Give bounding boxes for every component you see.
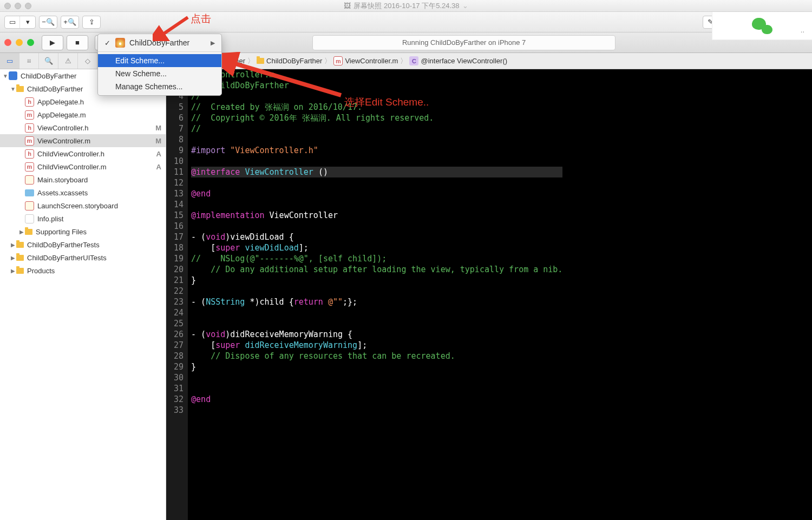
project-icon — [9, 71, 17, 80]
nav-file[interactable]: hViewController.hM — [0, 121, 166, 134]
chevron-right-icon: ▶ — [211, 40, 215, 47]
preview-title: 🖼 屏幕快照 2016-10-17 下午5.24.38 ⌄ — [344, 1, 468, 11]
check-icon: ✓ — [104, 39, 111, 47]
folder-icon — [16, 86, 24, 92]
wechat-overlay[interactable]: .. — [712, 12, 812, 40]
stop-button[interactable]: ■ — [67, 35, 88, 50]
symbol-navigator-tab[interactable]: ⌗ — [19, 53, 39, 69]
nav-file[interactable]: mAppDelegate.m — [0, 108, 166, 121]
code-editor[interactable]: 2345678910111213141516171819202122232425… — [166, 69, 812, 520]
nav-file[interactable]: hAppDelegate.h — [0, 95, 166, 108]
scheme-item-current[interactable]: ✓ ChildDoByFarther ▶ — [98, 36, 221, 49]
project-navigator-tab[interactable]: ▭ — [0, 53, 19, 69]
assets-icon — [25, 189, 34, 196]
folder-icon — [257, 58, 264, 64]
menu-manage-schemes[interactable]: Manage Schemes... — [98, 80, 221, 93]
h-file-icon: h — [25, 149, 34, 159]
menu-new-scheme[interactable]: New Scheme... — [98, 67, 221, 80]
storyboard-icon — [25, 175, 34, 185]
storyboard-icon — [25, 201, 34, 210]
wechat-icon — [752, 17, 772, 35]
nav-file[interactable]: Main.storyboard — [0, 173, 166, 186]
scheme-dropdown[interactable]: ✓ ChildDoByFarther ▶ Edit Scheme... New … — [97, 34, 222, 96]
app-icon — [115, 38, 125, 48]
breadcrumb: mViewController.m — [333, 56, 398, 65]
line-gutter: 2345678910111213141516171819202122232425… — [166, 69, 188, 520]
project-navigator[interactable]: ▼ ChildDoByFarther ▼ ChildDoByFarther hA… — [0, 69, 166, 520]
find-navigator-tab[interactable]: 🔍 — [39, 53, 58, 69]
zoom-in-button[interactable]: +🔍 — [61, 16, 79, 29]
jump-bar[interactable]: 〈 〉 C 〉 ByFarther 〉 ChildDoByFarther 〉 m… — [156, 53, 812, 69]
m-file-icon: m — [25, 110, 34, 120]
breadcrumb: ChildDoByFarther — [257, 57, 322, 65]
preview-toolbar: ▭▾ −🔍 +🔍 ⇪ ✎▾ ↻ 🧰 🔍 — [0, 12, 812, 32]
run-button[interactable]: ▶ — [42, 35, 63, 50]
h-file-icon: h — [25, 123, 34, 133]
share-button[interactable]: ⇪ — [82, 16, 101, 29]
xcode-traffic-lights[interactable] — [4, 39, 34, 46]
preview-traffic-lights[interactable] — [4, 3, 31, 9]
breadcrumb: C@interface ViewController() — [409, 56, 507, 65]
nav-group-products[interactable]: ▶ Products — [0, 264, 166, 277]
menu-edit-scheme[interactable]: Edit Scheme... — [98, 54, 221, 67]
activity-status: Running ChildDoByFarther on iPhone 7 — [312, 35, 615, 50]
issue-navigator-tab[interactable]: ⚠ — [58, 53, 78, 69]
nav-group-uitests[interactable]: ▶ ChildDoByFartherUITests — [0, 251, 166, 264]
h-file-icon: h — [25, 97, 34, 107]
zoom-out-button[interactable]: −🔍 — [39, 16, 57, 29]
nav-file[interactable]: mViewController.mM — [0, 134, 166, 147]
nav-file[interactable]: Info.plist — [0, 212, 166, 225]
m-file-icon: m — [333, 56, 343, 65]
nav-file[interactable]: mChildViewController.mA — [0, 160, 166, 173]
test-navigator-tab[interactable]: ◇ — [78, 53, 97, 69]
sidebar-toggle[interactable]: ▭▾ — [4, 16, 36, 29]
code-area[interactable]: // …Controller.m// ChildDoByFarther//// … — [188, 69, 562, 520]
preview-titlebar: 🖼 屏幕快照 2016-10-17 下午5.24.38 ⌄ — [0, 0, 812, 12]
nav-file[interactable]: Assets.xcassets — [0, 186, 166, 199]
nav-group-supporting[interactable]: ▶ Supporting Files — [0, 225, 166, 238]
file-icon — [25, 214, 34, 223]
nav-group-tests[interactable]: ▶ ChildDoByFartherTests — [0, 238, 166, 251]
nav-file[interactable]: hChildViewController.hA — [0, 147, 166, 160]
image-file-icon: 🖼 — [344, 2, 351, 10]
folder-icon — [16, 242, 24, 248]
folder-icon — [16, 268, 24, 274]
m-file-icon: m — [25, 162, 34, 172]
folder-icon — [25, 229, 32, 235]
folder-icon — [16, 255, 24, 261]
nav-file[interactable]: LaunchScreen.storyboard — [0, 199, 166, 212]
class-icon: C — [409, 56, 418, 65]
m-file-icon: m — [25, 136, 34, 146]
